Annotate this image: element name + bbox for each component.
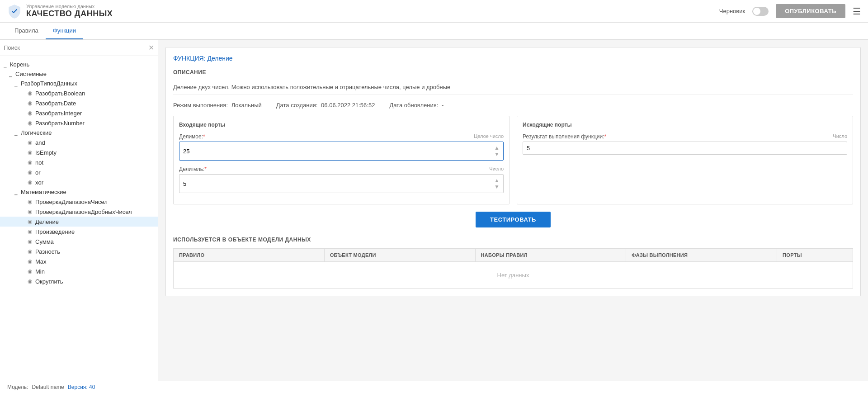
field-divisor-label-row: Делитель:* Число [179,166,504,172]
field-divisor-input[interactable] [183,180,494,187]
app-header: Управление моделью данных КАЧЕСТВО ДАННЫ… [0,0,868,23]
meta-created-value: 06.06.2022 21:56:52 [321,102,375,109]
func-icon: ◉ [26,169,33,176]
search-clear-icon[interactable]: ✕ [148,43,154,52]
tree-label: IsEmpty [35,149,57,156]
field-divisor-label: Делитель:* [179,166,207,172]
tree-label: РазобратьNumber [35,120,85,127]
footer-model-label: Модель: [7,384,28,390]
tree-label: and [35,139,45,146]
tree-label: Математические [21,189,66,195]
header-title-block: Управление моделью данных КАЧЕСТВО ДАННЫ… [26,4,113,19]
incoming-ports-box: Входящие порты Делимое:* Целое число [173,116,509,204]
tree-node-and[interactable]: ◉ and [0,137,158,147]
func-icon: ◉ [26,198,33,205]
tab-rules[interactable]: Правила [7,23,46,39]
spin-btn-dividend[interactable]: ▲ ▼ [494,145,500,157]
func-icon: ◉ [26,218,33,225]
meta-mode: Режим выполнения: Локальный [173,102,262,109]
func-icon: ◉ [26,258,33,265]
content-area: ФУНКЦИЯ: Деление ОПИСАНИЕ Деление двух ч… [158,40,868,381]
func-icon: ◉ [26,278,33,285]
tree-node-check-range[interactable]: ◉ ПроверкаДиапазонаЧисел [0,197,158,207]
tree-node-system[interactable]: ⎯ Системные [0,69,158,79]
func-icon: ◉ [26,228,33,235]
incoming-ports-title: Входящие порты [179,122,504,128]
tree-label: РазборТиповДанных [21,80,77,87]
menu-icon[interactable]: ☰ [853,6,861,17]
tree-node-not[interactable]: ◉ not [0,157,158,167]
func-icon: ◉ [26,238,33,245]
field-result-label: Результат выполнения функции:* [523,133,606,140]
tree-node-isempty[interactable]: ◉ IsEmpty [0,147,158,157]
footer-version-link[interactable]: Версия: 40 [68,384,95,390]
tree-label: or [35,169,41,176]
tree-node-difference[interactable]: ◉ Разность [0,246,158,256]
field-result-input[interactable] [523,142,847,155]
footer-model-name: Default name [32,384,64,390]
tree-label: ПроверкаДиапазонаДробныхЧисел [35,208,132,215]
outgoing-ports-title: Исходящие порты [523,122,847,128]
field-divisor: Делитель:* Число ▲ ▼ [179,166,504,193]
draft-toggle[interactable] [752,7,769,16]
func-icon: ◉ [26,248,33,255]
field-dividend-input-wrapper[interactable]: ▲ ▼ [179,142,504,161]
tree-node-parse-integer[interactable]: ◉ РазобратьInteger [0,108,158,118]
tree-label: Max [35,258,47,265]
test-button[interactable]: ТЕСТИРОВАТЬ [476,212,551,227]
spin-btn-divisor[interactable]: ▲ ▼ [494,177,500,190]
tree-node-division[interactable]: ◉ Деление [0,217,158,227]
field-dividend-input[interactable] [183,148,494,155]
uses-section: ИСПОЛЬЗУЕТСЯ В ОБЪЕКТЕ МОДЕЛИ ДАННЫХ ПРА… [173,237,853,289]
tree-node-xor[interactable]: ◉ xor [0,177,158,187]
tree-node-logical[interactable]: ⎯ Логические [0,128,158,137]
tree-node-root[interactable]: ⎯ Корень [0,60,158,69]
tree-node-parse-number[interactable]: ◉ РазобратьNumber [0,118,158,128]
meta-updated-label: Дата обновления: [389,102,438,109]
header-subtitle: Управление моделью данных [26,4,113,9]
publish-button[interactable]: ОПУБЛИКОВАТЬ [776,4,845,18]
function-title: ФУНКЦИЯ: Деление [173,55,853,62]
tree-node-round[interactable]: ◉ Округлить [0,276,158,286]
tree-node-sum[interactable]: ◉ Сумма [0,237,158,246]
ports-row: Входящие порты Делимое:* Целое число [173,116,853,204]
tree-label: not [35,159,43,166]
tree-node-math[interactable]: ⎯ Математические [0,187,158,197]
tree-node-parse-date[interactable]: ◉ РазобратьDate [0,98,158,108]
field-dividend-label: Делимое:* [179,133,205,140]
table-body: Нет данных [173,261,853,289]
tree-node-parse-types[interactable]: ⎯ РазборТиповДанных [0,79,158,88]
tree-toggle: ⎯ [14,130,21,136]
search-input[interactable] [4,44,146,51]
func-icon: ◉ [26,139,33,146]
table-header: ПРАВИЛО ОБЪЕКТ МОДЕЛИ НАБОРЫ ПРАВИЛ ФАЗЫ… [173,248,853,261]
header-left: Управление моделью данных КАЧЕСТВО ДАННЫ… [7,4,113,19]
header-right: Черновик ОПУБЛИКОВАТЬ ☰ [719,4,861,18]
func-icon: ◉ [26,159,33,166]
required-marker: * [204,166,207,172]
header-title: КАЧЕСТВО ДАННЫХ [26,9,113,19]
function-card: ФУНКЦИЯ: Деление ОПИСАНИЕ Деление двух ч… [165,47,861,296]
table-col-model: ОБЪЕКТ МОДЕЛИ [325,249,476,261]
func-icon: ◉ [26,208,33,215]
meta-created: Дата создания: 06.06.2022 21:56:52 [276,102,375,109]
tree-label: xor [35,179,43,186]
tree-label: Логические [21,129,52,136]
tree-label: РазобратьInteger [35,110,82,117]
tab-functions[interactable]: Функции [46,23,83,39]
tree-label: ПроверкаДиапазонаЧисел [35,199,108,205]
tree-node-max[interactable]: ◉ Max [0,256,158,266]
meta-mode-value: Локальный [231,102,262,109]
field-divisor-input-wrapper[interactable]: ▲ ▼ [179,174,504,193]
tree-node-parse-boolean[interactable]: ◉ РазобратьBoolean [0,88,158,98]
tree-node-product[interactable]: ◉ Произведение [0,227,158,237]
meta-created-label: Дата создания: [276,102,318,109]
search-bar: ✕ [0,40,158,56]
tree-node-min[interactable]: ◉ Min [0,266,158,276]
tree-node-check-frac-range[interactable]: ◉ ПроверкаДиапазонаДробныхЧисел [0,207,158,217]
tree-node-or[interactable]: ◉ or [0,167,158,177]
tree-toggle: ⎯ [9,71,15,77]
tree-toggle: ⎯ [14,189,21,195]
func-icon: ◉ [26,149,33,156]
shield-icon [7,4,22,19]
